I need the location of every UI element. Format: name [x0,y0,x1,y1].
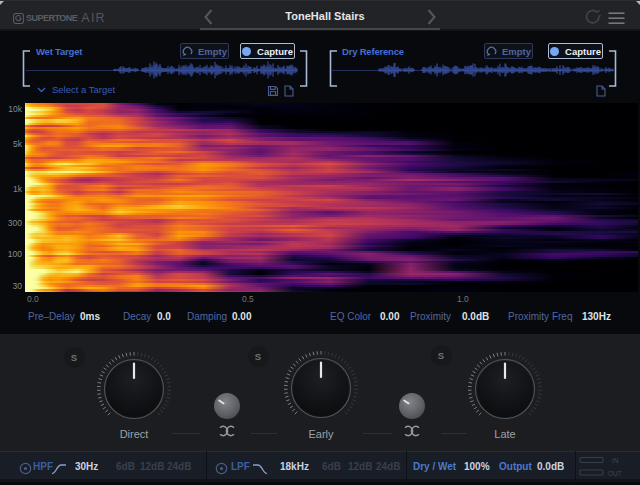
svg-text:IN: IN [612,457,619,464]
svg-text:OUT: OUT [608,470,622,477]
